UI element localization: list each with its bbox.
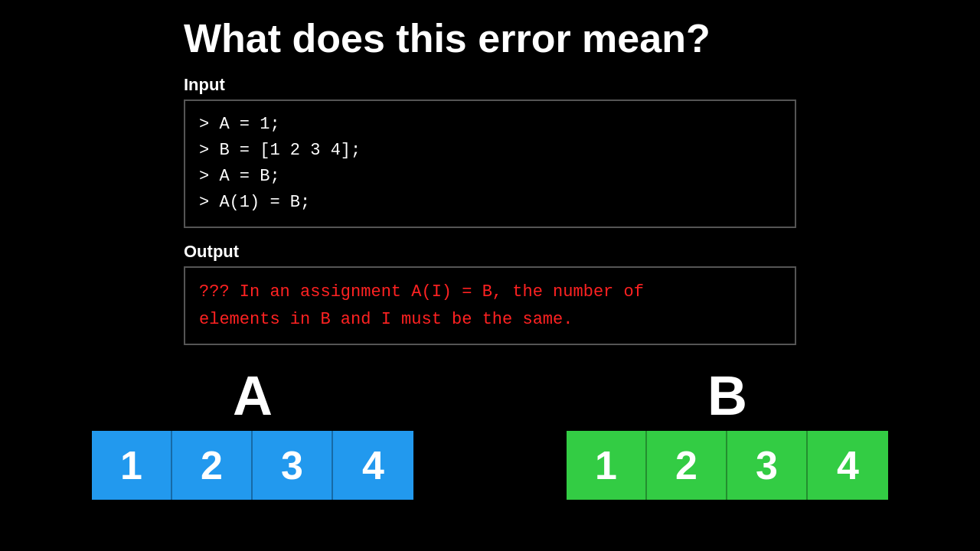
output-code-box: ??? In an assignment A(I) = B, the numbe… [184, 266, 796, 344]
input-code-box: > A = 1; > B = [1 2 3 4]; > A = B; > A(1… [184, 99, 796, 228]
array-b-cell-1: 1 [567, 431, 647, 500]
array-b-group: B 1 2 3 4 [567, 368, 888, 500]
page-container: What does this error mean? Input > A = 1… [0, 0, 980, 551]
input-line-1: > A = 1; [199, 112, 781, 138]
array-a-cell-3: 3 [253, 431, 333, 500]
array-b-label: B [707, 368, 747, 423]
output-line-2: elements in B and I must be the same. [199, 306, 781, 333]
input-line-2: > B = [1 2 3 4]; [199, 138, 781, 164]
array-a-cells: 1 2 3 4 [92, 431, 413, 500]
array-b-cell-4: 4 [808, 431, 888, 500]
array-a-label: A [233, 368, 273, 423]
input-label: Input [184, 75, 796, 95]
output-line-1: ??? In an assignment A(I) = B, the numbe… [199, 279, 781, 305]
input-line-4: > A(1) = B; [199, 190, 781, 216]
page-title: What does this error mean? [184, 15, 796, 61]
array-a-group: A 1 2 3 4 [92, 368, 413, 500]
array-b-cell-2: 2 [647, 431, 727, 500]
array-b-cell-3: 3 [727, 431, 808, 500]
array-a-cell-2: 2 [172, 431, 253, 500]
arrays-section: A 1 2 3 4 B 1 2 3 4 [184, 368, 796, 500]
array-a-cell-1: 1 [92, 431, 172, 500]
input-line-3: > A = B; [199, 164, 781, 190]
array-b-cells: 1 2 3 4 [567, 431, 888, 500]
output-label: Output [184, 242, 796, 262]
array-a-cell-4: 4 [333, 431, 413, 500]
